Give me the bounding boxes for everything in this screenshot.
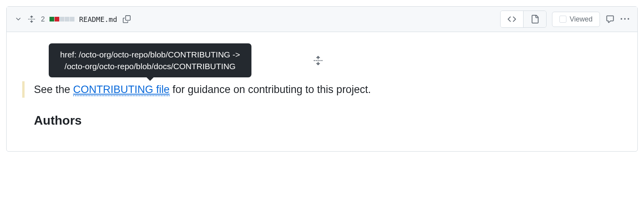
viewed-label: Viewed <box>570 15 593 23</box>
diff-change-marker <box>22 81 25 98</box>
kebab-icon <box>621 15 629 23</box>
diff-square-neutral <box>60 17 64 21</box>
copy-icon <box>123 15 131 23</box>
code-icon <box>508 15 516 23</box>
filename[interactable]: README.md <box>79 15 117 23</box>
diff-square-neutral <box>70 17 74 21</box>
file-header: 2 README.md <box>7 7 637 32</box>
collapse-toggle[interactable] <box>14 15 22 23</box>
viewed-checkbox[interactable] <box>559 16 566 23</box>
chevron-down-icon <box>15 16 22 23</box>
expand-all-icon[interactable] <box>27 14 36 24</box>
diff-square-added <box>50 17 54 21</box>
rich-view-button[interactable] <box>524 11 546 27</box>
diff-square-neutral <box>65 17 69 21</box>
file-header-right: Viewed <box>500 11 630 28</box>
copy-path-button[interactable] <box>122 14 131 24</box>
diff-text-prefix: See the <box>34 84 73 95</box>
source-view-button[interactable] <box>501 11 524 27</box>
unfold-icon <box>313 55 323 66</box>
change-count: 2 <box>41 15 45 23</box>
authors-heading: Authors <box>34 113 614 128</box>
comment-icon <box>606 15 614 23</box>
contributing-link[interactable]: CONTRIBUTING file <box>73 84 170 96</box>
file-body: href: /octo-org/octo-repo/blob/CONTRIBUT… <box>7 32 637 151</box>
view-mode-toggle <box>500 11 547 28</box>
comment-button[interactable] <box>605 14 615 24</box>
diff-text: See the CONTRIBUTING file for guidance o… <box>34 82 371 98</box>
file-header-left: 2 README.md <box>14 14 131 24</box>
more-options-button[interactable] <box>620 14 630 24</box>
file-icon <box>531 15 539 23</box>
diff-stat-squares <box>50 17 74 21</box>
expand-context-button[interactable] <box>313 55 323 66</box>
file-diff-container: 2 README.md <box>6 6 638 152</box>
diff-text-suffix: for guidance on contributing to this pro… <box>170 84 371 95</box>
unfold-icon <box>28 15 35 23</box>
diff-square-removed <box>55 17 59 21</box>
viewed-button[interactable]: Viewed <box>552 12 600 27</box>
href-tooltip: href: /octo-org/octo-repo/blob/CONTRIBUT… <box>49 43 251 77</box>
diff-line: href: /octo-org/octo-repo/blob/CONTRIBUT… <box>22 81 614 98</box>
